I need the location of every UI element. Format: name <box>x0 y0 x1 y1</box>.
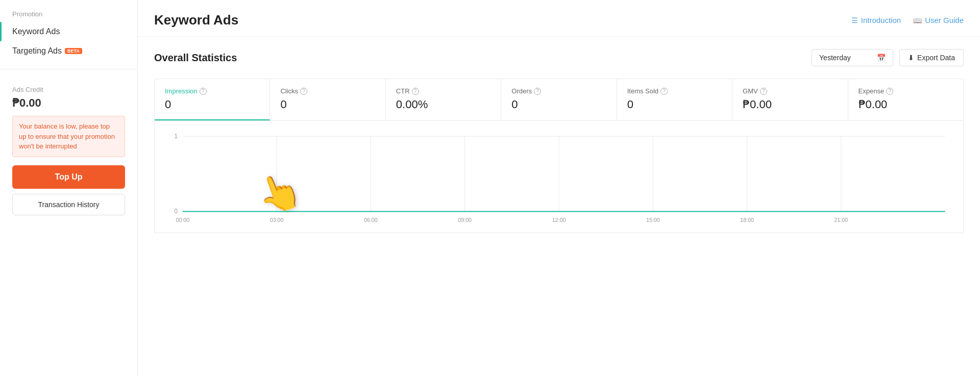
main-content: Keyword Ads ☰ Introduction 📖 User Guide … <box>138 0 980 376</box>
introduction-link[interactable]: ☰ Introduction <box>851 16 901 24</box>
main-header: Keyword Ads ☰ Introduction 📖 User Guide <box>138 0 980 37</box>
stats-section: Overall Statistics Yesterday 📅 ⬇ Export … <box>138 37 980 245</box>
metric-gmv[interactable]: GMV ? ₱0.00 <box>732 79 848 120</box>
impression-value: 0 <box>165 98 259 111</box>
chart-svg: 1 0 00:00 03:00 06:00 09:00 12:00 15:00 … <box>163 131 955 224</box>
transaction-history-button[interactable]: Transaction History <box>12 194 125 215</box>
list-icon: ☰ <box>851 16 858 24</box>
clicks-value: 0 <box>280 98 375 111</box>
clicks-label: Clicks ? <box>280 87 375 95</box>
expense-label: Expense ? <box>859 87 953 95</box>
svg-text:09:00: 09:00 <box>458 217 472 223</box>
metrics-row: Impression ? 0 Clicks ? 0 CTR ? 0.00% <box>154 79 964 121</box>
gmv-info-icon[interactable]: ? <box>760 88 767 95</box>
expense-info-icon[interactable]: ? <box>886 88 893 95</box>
gmv-value: ₱0.00 <box>743 98 837 111</box>
orders-value: 0 <box>511 98 606 111</box>
clicks-info-icon[interactable]: ? <box>300 88 307 95</box>
metric-expense[interactable]: Expense ? ₱0.00 <box>848 79 963 120</box>
items-sold-value: 0 <box>627 98 722 111</box>
download-icon: ⬇ <box>908 54 914 62</box>
expense-value: ₱0.00 <box>859 98 953 111</box>
ads-credit-section: Ads Credit ₱0.00 Your balance is low, pl… <box>0 78 137 223</box>
svg-text:18:00: 18:00 <box>740 217 754 223</box>
stats-controls: Yesterday 📅 ⬇ Export Data <box>812 49 964 66</box>
items-sold-info-icon[interactable]: ? <box>660 88 668 95</box>
svg-text:00:00: 00:00 <box>176 217 189 223</box>
svg-text:0: 0 <box>175 207 178 214</box>
page-title: Keyword Ads <box>154 12 238 28</box>
beta-badge: BETA <box>65 48 82 54</box>
sidebar-divider <box>0 69 137 69</box>
ctr-label: CTR ? <box>396 87 491 95</box>
gmv-label: GMV ? <box>743 87 837 95</box>
chart-area: 1 0 00:00 03:00 06:00 09:00 12:00 15:00 … <box>154 121 964 233</box>
svg-text:06:00: 06:00 <box>364 217 378 223</box>
sidebar-item-targeting-ads[interactable]: Targeting Ads BETA <box>0 41 137 61</box>
stats-header: Overall Statistics Yesterday 📅 ⬇ Export … <box>154 49 964 66</box>
date-picker[interactable]: Yesterday 📅 <box>812 49 893 66</box>
user-guide-label: User Guide <box>925 16 964 24</box>
ads-credit-label: Ads Credit <box>12 86 125 93</box>
metric-items-sold[interactable]: Items Sold ? 0 <box>617 79 732 120</box>
header-links: ☰ Introduction 📖 User Guide <box>851 16 964 24</box>
svg-text:15:00: 15:00 <box>646 217 660 223</box>
top-up-button[interactable]: Top Up <box>12 165 125 189</box>
export-label: Export Data <box>917 54 955 62</box>
metric-clicks[interactable]: Clicks ? 0 <box>270 79 385 120</box>
calendar-icon: 📅 <box>877 54 886 62</box>
user-guide-link[interactable]: 📖 User Guide <box>913 16 964 24</box>
date-value: Yesterday <box>819 54 851 62</box>
metric-ctr[interactable]: CTR ? 0.00% <box>386 79 501 120</box>
svg-text:1: 1 <box>175 133 178 140</box>
low-balance-warning: Your balance is low, please top up to en… <box>12 116 125 157</box>
introduction-label: Introduction <box>861 16 901 24</box>
metric-orders[interactable]: Orders ? 0 <box>501 79 617 120</box>
orders-label: Orders ? <box>511 87 606 95</box>
sidebar: Promotion Keyword Ads Targeting Ads BETA… <box>0 0 138 376</box>
impression-info-icon[interactable]: ? <box>200 88 207 95</box>
ctr-value: 0.00% <box>396 98 491 111</box>
svg-text:03:00: 03:00 <box>270 217 284 223</box>
impression-label: Impression ? <box>165 87 259 95</box>
ctr-info-icon[interactable]: ? <box>412 88 419 95</box>
items-sold-label: Items Sold ? <box>627 87 722 95</box>
book-icon: 📖 <box>913 16 922 24</box>
orders-info-icon[interactable]: ? <box>534 88 541 95</box>
ads-credit-amount: ₱0.00 <box>12 96 125 110</box>
keyword-ads-label: Keyword Ads <box>12 27 60 36</box>
svg-text:12:00: 12:00 <box>552 217 566 223</box>
svg-text:21:00: 21:00 <box>835 217 848 223</box>
export-button[interactable]: ⬇ Export Data <box>899 49 964 66</box>
sidebar-section-label: Promotion <box>0 10 137 22</box>
sidebar-item-keyword-ads[interactable]: Keyword Ads <box>0 22 137 41</box>
metric-impression[interactable]: Impression ? 0 <box>155 79 270 120</box>
stats-title: Overall Statistics <box>154 52 237 64</box>
targeting-ads-label: Targeting Ads <box>12 46 62 56</box>
